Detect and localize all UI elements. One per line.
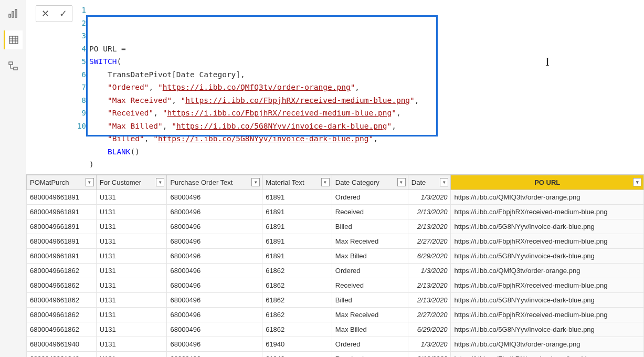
cell[interactable]: U131 bbox=[96, 322, 167, 337]
cell[interactable]: Ordered bbox=[332, 263, 408, 278]
cell[interactable]: 61862 bbox=[262, 263, 332, 278]
cell[interactable]: 68000496 bbox=[167, 351, 262, 357]
cell[interactable]: 6800049661891 bbox=[27, 190, 97, 204]
cell[interactable]: 6800049661891 bbox=[27, 248, 97, 263]
cell[interactable]: https://i.ibb.co/5G8NYyv/invoice-dark-bl… bbox=[451, 322, 644, 337]
cell[interactable]: U131 bbox=[96, 337, 167, 351]
cell[interactable]: U131 bbox=[96, 278, 167, 292]
table-row[interactable]: 6800049661862U1316800049661862Received2/… bbox=[27, 278, 644, 292]
cell[interactable]: Billed bbox=[332, 219, 408, 234]
cell[interactable]: 1/3/2020 bbox=[408, 337, 451, 351]
code-line[interactable]: "Max Received", "https://i.ibb.co/FbpjhR… bbox=[89, 94, 644, 107]
code-line[interactable]: BLANK() bbox=[89, 145, 644, 159]
code-line[interactable]: ) bbox=[89, 158, 644, 171]
cell[interactable]: Received bbox=[332, 204, 408, 219]
formula-editor[interactable]: 12345678910 PO URL = SWITCH( TransDatePi… bbox=[77, 2, 644, 171]
accept-button[interactable]: ✓ bbox=[54, 6, 72, 22]
cell[interactable]: 68000496 bbox=[167, 337, 262, 351]
cell[interactable]: https://i.ibb.co/5G8NYyv/invoice-dark-bl… bbox=[451, 219, 644, 234]
code-line[interactable]: "Received", "https://i.ibb.co/FbpjhRX/re… bbox=[89, 107, 644, 120]
table-row[interactable]: 6800049661940U1316800049661940Ordered1/3… bbox=[27, 337, 644, 351]
cell[interactable]: Received bbox=[332, 278, 408, 292]
filter-dropdown-icon[interactable]: ▾ bbox=[397, 178, 406, 186]
cell[interactable]: 68000496 bbox=[167, 278, 262, 292]
table-row[interactable]: 6800049661862U1316800049661862Max Receiv… bbox=[27, 307, 644, 322]
cell[interactable]: 6800049661862 bbox=[27, 278, 97, 292]
cell[interactable]: 2/27/2020 bbox=[408, 307, 451, 322]
cell[interactable]: https://i.ibb.co/5G8NYyv/invoice-dark-bl… bbox=[451, 248, 644, 263]
cell[interactable]: 6800049661862 bbox=[27, 263, 97, 278]
code-line[interactable]: TransDatePivot[Date Category], bbox=[89, 68, 644, 81]
report-view-button[interactable] bbox=[4, 4, 23, 23]
cell[interactable]: https://i.ibb.co/FbpjhRX/received-medium… bbox=[451, 351, 644, 357]
cell[interactable]: Max Received bbox=[332, 307, 408, 322]
cell[interactable]: 61891 bbox=[262, 204, 332, 219]
cell[interactable]: 68000496 bbox=[167, 248, 262, 263]
cell[interactable]: https://i.ibb.co/FbpjhRX/received-medium… bbox=[451, 204, 644, 219]
filter-dropdown-icon[interactable]: ▾ bbox=[633, 178, 641, 186]
cancel-button[interactable]: ✕ bbox=[36, 6, 54, 22]
cell[interactable]: 61891 bbox=[262, 219, 332, 234]
cell[interactable]: U131 bbox=[96, 248, 167, 263]
cell[interactable]: 61862 bbox=[262, 278, 332, 292]
cell[interactable]: 68000496 bbox=[167, 263, 262, 278]
cell[interactable]: 61891 bbox=[262, 234, 332, 248]
table-row[interactable]: 6800049661862U1316800049661862Max Billed… bbox=[27, 322, 644, 337]
cell[interactable]: 61862 bbox=[262, 322, 332, 337]
cell[interactable]: 6800049661940 bbox=[27, 337, 97, 351]
cell[interactable]: 2/13/2020 bbox=[408, 219, 451, 234]
filter-dropdown-icon[interactable]: ▾ bbox=[251, 178, 260, 186]
table-row[interactable]: 6800049661862U1316800049661862Billed2/13… bbox=[27, 292, 644, 307]
cell[interactable]: U131 bbox=[96, 307, 167, 322]
cell[interactable]: https://i.ibb.co/QMfQ3tv/order-orange.pn… bbox=[451, 337, 644, 351]
cell[interactable]: 2/13/2020 bbox=[408, 351, 451, 357]
cell[interactable]: 6/29/2020 bbox=[408, 322, 451, 337]
filter-dropdown-icon[interactable]: ▾ bbox=[86, 178, 94, 186]
table-row[interactable]: 6800049661891U1316800049661891Max Receiv… bbox=[27, 234, 644, 248]
cell[interactable]: U131 bbox=[96, 190, 167, 204]
cell[interactable]: 61891 bbox=[262, 248, 332, 263]
cell[interactable]: 2/13/2020 bbox=[408, 292, 451, 307]
cell[interactable]: 68000496 bbox=[167, 219, 262, 234]
table-row[interactable]: 6800049661862U1316800049661862Ordered1/3… bbox=[27, 263, 644, 278]
cell[interactable]: https://i.ibb.co/5G8NYyv/invoice-dark-bl… bbox=[451, 292, 644, 307]
cell[interactable]: 61940 bbox=[262, 351, 332, 357]
cell[interactable]: 2/13/2020 bbox=[408, 204, 451, 219]
cell[interactable]: 1/3/2020 bbox=[408, 190, 451, 204]
column-header[interactable]: Purchase Order Text▾ bbox=[167, 175, 262, 190]
cell[interactable]: 68000496 bbox=[167, 204, 262, 219]
column-header[interactable]: Date▾ bbox=[408, 175, 451, 190]
code-line[interactable]: SWITCH( bbox=[89, 55, 644, 68]
column-header[interactable]: Date Category▾ bbox=[332, 175, 408, 190]
code-line[interactable]: "Billed", "https://i.ibb.co/5G8NYyv/invo… bbox=[89, 132, 644, 145]
cell[interactable]: https://i.ibb.co/QMfQ3tv/order-orange.pn… bbox=[451, 190, 644, 204]
code-line[interactable]: "Ordered", "https://i.ibb.co/QMfQ3tv/ord… bbox=[89, 81, 644, 94]
cell[interactable]: 61940 bbox=[262, 337, 332, 351]
cell[interactable]: 68000496 bbox=[167, 307, 262, 322]
cell[interactable]: https://i.ibb.co/FbpjhRX/received-medium… bbox=[451, 234, 644, 248]
cell[interactable]: Billed bbox=[332, 292, 408, 307]
table-row[interactable]: 6800049661891U1316800049661891Max Billed… bbox=[27, 248, 644, 263]
column-header[interactable]: POMatPurch▾ bbox=[27, 175, 97, 190]
cell[interactable]: 6800049661940 bbox=[27, 351, 97, 357]
cell[interactable]: 68000496 bbox=[167, 292, 262, 307]
cell[interactable]: 61862 bbox=[262, 307, 332, 322]
cell[interactable]: 6800049661891 bbox=[27, 219, 97, 234]
table-row[interactable]: 6800049661891U1316800049661891Billed2/13… bbox=[27, 219, 644, 234]
column-header[interactable]: For Customer▾ bbox=[96, 175, 167, 190]
cell[interactable]: https://i.ibb.co/QMfQ3tv/order-orange.pn… bbox=[451, 263, 644, 278]
cell[interactable]: 61891 bbox=[262, 190, 332, 204]
table-row[interactable]: 6800049661891U1316800049661891Ordered1/3… bbox=[27, 190, 644, 204]
cell[interactable]: 68000496 bbox=[167, 190, 262, 204]
cell[interactable]: 6800049661891 bbox=[27, 204, 97, 219]
column-header[interactable]: Material Text▾ bbox=[262, 175, 332, 190]
filter-dropdown-icon[interactable]: ▾ bbox=[156, 178, 164, 186]
cell[interactable]: U131 bbox=[96, 204, 167, 219]
cell[interactable]: 61862 bbox=[262, 292, 332, 307]
cell[interactable]: Max Received bbox=[332, 234, 408, 248]
cell[interactable]: Received bbox=[332, 351, 408, 357]
cell[interactable]: U131 bbox=[96, 292, 167, 307]
cell[interactable]: 6800049661862 bbox=[27, 322, 97, 337]
cell[interactable]: Max Billed bbox=[332, 322, 408, 337]
cell[interactable]: Ordered bbox=[332, 337, 408, 351]
